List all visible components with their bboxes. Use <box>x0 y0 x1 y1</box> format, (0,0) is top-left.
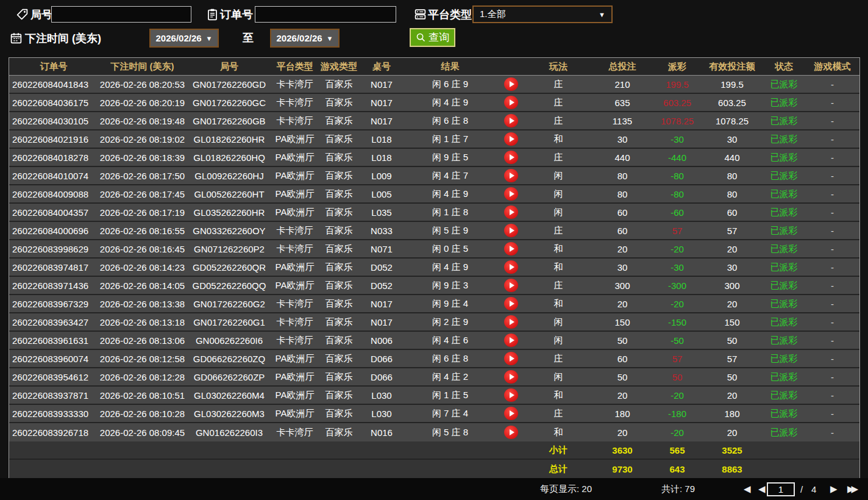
grand-total-label: 总计 <box>525 463 592 475</box>
cell-result: 闲 1 庄 8 <box>403 207 497 218</box>
cell-status: 已派彩 <box>763 280 805 291</box>
cell-status: 已派彩 <box>763 408 805 420</box>
cell-status: 已派彩 <box>763 371 805 383</box>
cell-payout: -300 <box>653 280 702 291</box>
page-number-input[interactable] <box>767 482 795 496</box>
play-video-button[interactable] <box>504 114 518 127</box>
cell-result: 闲 9 庄 3 <box>403 280 497 291</box>
next-page-button[interactable]: ▶ <box>830 478 838 500</box>
cell-platform-type: PA欧洲厅 <box>272 280 318 291</box>
play-video-button[interactable] <box>504 334 518 347</box>
play-video-button[interactable] <box>504 169 518 182</box>
cell-valid-bet: 80 <box>702 171 763 181</box>
last-page-button[interactable]: ▶▶ <box>847 478 858 500</box>
cell-platform-type: PA欧洲厅 <box>272 262 318 273</box>
cell-round-number: GN017262260G2 <box>187 299 272 309</box>
cell-game-type: 百家乐 <box>318 371 360 383</box>
cell-total-bet: 210 <box>592 79 653 90</box>
cell-game-mode: - <box>805 207 859 218</box>
table-row: 2602260840090882026-02-26 08:17:45GL0052… <box>9 185 859 204</box>
platform-type-value: 1.全部 <box>480 9 506 20</box>
cell-valid-bet: 80 <box>702 189 763 199</box>
play-video-button[interactable] <box>504 132 518 146</box>
play-video-button[interactable] <box>504 77 518 91</box>
play-video-button[interactable] <box>504 260 518 274</box>
cell-payout: 57 <box>653 226 702 236</box>
cell-order-number: 260226084030105 <box>9 116 98 126</box>
play-icon <box>510 191 514 197</box>
date-to-select[interactable]: 2026/02/26 ▼ <box>270 29 340 48</box>
play-icon <box>510 355 514 362</box>
cell-valid-bet: 199.5 <box>702 79 763 90</box>
play-video-button[interactable] <box>504 224 518 237</box>
cell-total-bet: 20 <box>592 299 653 309</box>
cell-order-number: 260226083933330 <box>9 409 98 419</box>
play-video-button[interactable] <box>504 205 518 219</box>
play-video-button[interactable] <box>504 388 518 402</box>
play-icon <box>510 282 514 288</box>
cell-table-number: N016 <box>360 427 403 438</box>
date-from-select[interactable]: 2026/02/26 ▼ <box>149 29 219 48</box>
play-video-button[interactable] <box>504 279 518 292</box>
table-body: 2602260840418432026-02-26 08:20:53GN0172… <box>9 76 859 441</box>
cell-replay <box>497 334 525 347</box>
cell-game-mode: - <box>805 134 859 145</box>
cell-status: 已派彩 <box>763 188 805 200</box>
cell-table-number: N017 <box>360 79 403 90</box>
cell-result: 闲 4 庄 7 <box>403 170 497 182</box>
play-video-button[interactable] <box>504 370 518 384</box>
play-icon <box>510 227 514 234</box>
total-pages: 4 <box>811 478 816 500</box>
platform-type-select[interactable]: 1.全部 ▼ <box>472 5 613 23</box>
cell-bet-type: 和 <box>525 262 592 273</box>
cell-game-mode: - <box>805 372 859 382</box>
round-number-input[interactable] <box>51 6 191 23</box>
col-header-mode: 游戏模式 <box>805 61 859 73</box>
cell-order-number: 260226083954612 <box>9 372 98 382</box>
cell-order-number: 260226083974817 <box>9 262 98 273</box>
cell-status: 已派彩 <box>763 115 805 127</box>
cell-valid-bet: 603.25 <box>702 98 763 108</box>
cell-round-number: GN033262260OY <box>187 226 272 236</box>
search-button[interactable]: 查询 <box>410 28 455 47</box>
cell-valid-bet: 30 <box>702 134 763 145</box>
cell-order-number: 260226084018278 <box>9 152 98 163</box>
subtotal-payout: 565 <box>653 445 702 455</box>
cell-replay <box>497 370 525 384</box>
table-row: 2602260839600742026-02-26 08:12:58GD0662… <box>9 350 859 368</box>
cell-round-number: GN006262260I6 <box>187 335 272 346</box>
cell-table-number: L018 <box>360 134 403 145</box>
col-header-order: 订单号 <box>9 61 98 73</box>
cell-status: 已派彩 <box>763 152 805 163</box>
play-video-button[interactable] <box>504 242 518 255</box>
play-icon <box>510 410 514 416</box>
cell-table-number: D066 <box>360 354 403 364</box>
play-video-button[interactable] <box>504 407 518 420</box>
prev-page-button[interactable]: ◀ <box>758 478 766 500</box>
play-video-button[interactable] <box>504 297 518 310</box>
order-number-input[interactable] <box>255 6 396 23</box>
cell-round-number: GL018262260HR <box>187 134 272 145</box>
cell-result: 闲 4 庄 9 <box>403 188 497 200</box>
cell-valid-bet: 20 <box>702 244 763 254</box>
cell-order-number: 260226084041843 <box>9 79 98 90</box>
cell-order-number: 260226084004357 <box>9 207 98 218</box>
play-video-button[interactable] <box>504 151 518 164</box>
cell-game-type: 百家乐 <box>318 390 360 401</box>
first-page-button[interactable]: ◀ <box>744 478 751 500</box>
cell-replay <box>497 169 525 182</box>
cell-platform-type: PA欧洲厅 <box>272 390 318 401</box>
play-icon <box>510 392 514 398</box>
play-video-button[interactable] <box>504 426 518 439</box>
play-video-button[interactable] <box>504 96 518 109</box>
play-video-button[interactable] <box>504 315 518 329</box>
filter-bar: 局号 订单号 平台类型 1.全部 ▼ 下注时间 (美东) 2026/02/26 … <box>0 0 868 57</box>
play-video-button[interactable] <box>504 352 518 365</box>
table-row: 2602260839634272026-02-26 08:13:18GN0172… <box>9 313 859 332</box>
cell-platform-type: 卡卡湾厅 <box>272 427 318 438</box>
cell-bet-type: 庄 <box>525 408 592 420</box>
play-video-button[interactable] <box>504 187 518 201</box>
cell-status: 已派彩 <box>763 225 805 237</box>
round-number-label: 局号 <box>30 7 52 22</box>
cell-platform-type: 卡卡湾厅 <box>272 115 318 127</box>
